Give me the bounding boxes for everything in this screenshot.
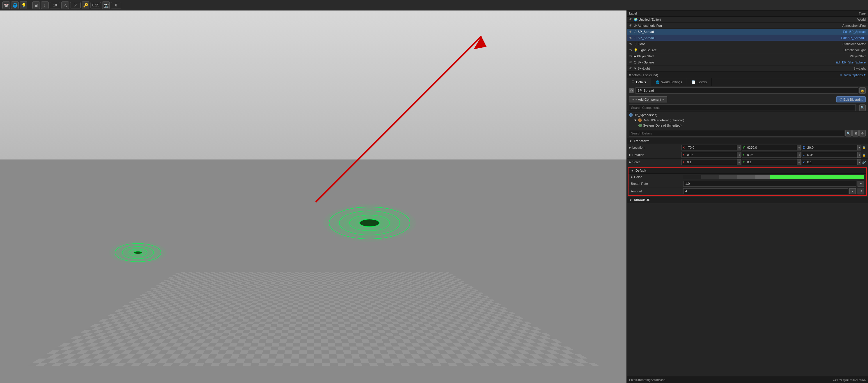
- location-y-field[interactable]: [742, 145, 797, 150]
- location-lock-icon[interactable]: 🔒: [862, 146, 866, 149]
- search-details-input[interactable]: [629, 130, 844, 137]
- rotation-x-field[interactable]: [681, 152, 737, 158]
- table-row[interactable]: 👁💡 Light Source DirectionalLight: [627, 47, 868, 53]
- expand-arrow-icon[interactable]: ▶: [631, 176, 633, 178]
- rotation-z-arrow[interactable]: ◂: [857, 152, 861, 158]
- location-y-arrow[interactable]: ◂: [797, 145, 801, 150]
- toolbar-number-2[interactable]: 5°: [70, 2, 81, 8]
- eye-icon[interactable]: 👁: [629, 48, 632, 52]
- scale-y-arrow[interactable]: ◂: [797, 159, 801, 165]
- scale-x-arrow[interactable]: ◂: [737, 159, 741, 165]
- expand-arrow-icon[interactable]: ▶: [629, 160, 631, 164]
- rotation-y-arrow[interactable]: ◂: [797, 152, 801, 158]
- component-self[interactable]: BP_Spread(self): [627, 112, 868, 118]
- default-section-header[interactable]: ▼ Default: [628, 168, 866, 174]
- amount-value-area: ▾ ↺: [683, 188, 864, 195]
- tab-levels[interactable]: 📄 Levels: [687, 78, 712, 86]
- actor-name-input[interactable]: [636, 87, 858, 94]
- toolbar-icon-5[interactable]: ↕: [41, 1, 49, 9]
- transform-section-header[interactable]: ▼ Transform: [627, 138, 868, 144]
- checkerboard-floor: [27, 272, 599, 366]
- expand-arrow-icon[interactable]: ▶: [629, 153, 631, 156]
- grid-icon-btn[interactable]: ⊞: [852, 130, 859, 137]
- toolbar-icon-8[interactable]: 📷: [102, 1, 110, 9]
- search-components-input[interactable]: [629, 105, 856, 111]
- world-icon: 🌐: [656, 80, 660, 84]
- location-x-input: X ◂: [681, 145, 741, 150]
- toolbar-icon-7[interactable]: 🔑: [82, 1, 89, 9]
- component-default-scene[interactable]: ▼ DefaultSceneRoot (Inherited): [627, 118, 868, 123]
- plus-icon: +: [632, 98, 634, 101]
- rotation-y-field[interactable]: [742, 152, 797, 158]
- y-label: Y: [743, 146, 745, 149]
- scale-y-field[interactable]: [742, 159, 797, 165]
- scale-z-arrow[interactable]: ◂: [857, 159, 861, 165]
- airlook-section-header[interactable]: ▼ Airlook UE: [627, 197, 868, 203]
- table-row-selected[interactable]: 👁⬡ BP_Spread Edit BP_Spread: [627, 29, 868, 35]
- rotation-x-arrow[interactable]: ◂: [737, 152, 741, 158]
- scale-z-field[interactable]: [802, 159, 857, 165]
- eye-icon[interactable]: 👁: [629, 18, 632, 22]
- tab-world-settings[interactable]: 🌐 World Settings: [651, 78, 687, 86]
- component-system[interactable]: System_Dpread (Inherited): [627, 123, 868, 128]
- amount-spin-btn[interactable]: ▾: [849, 188, 856, 194]
- toolbar-icon-6[interactable]: △: [61, 1, 69, 9]
- color-picker[interactable]: [683, 175, 864, 179]
- rotation-lock-icon[interactable]: 🔒: [862, 153, 866, 156]
- search-icon-btn[interactable]: 🔍: [845, 130, 852, 137]
- toolbar-number-3[interactable]: 0.25: [91, 2, 101, 8]
- toolbar-icon-1[interactable]: 🐭: [2, 1, 10, 9]
- location-x-arrow[interactable]: ◂: [737, 145, 741, 150]
- table-row[interactable]: 👁⬡ Sky Sphere Edit BP_Sky_Sphere: [627, 59, 868, 65]
- toolbar-icon-2[interactable]: 🌐: [11, 1, 19, 9]
- table-row-selected2[interactable]: 👁⬡ BP_Spread1 Edit BP_Spread1: [627, 35, 868, 41]
- type-light: DirectionalLight: [752, 47, 868, 53]
- eye-icon[interactable]: 👁: [629, 60, 632, 64]
- edit-blueprint-button[interactable]: ⬡ Edit Blueprint: [836, 96, 866, 102]
- details-panel: ⬡ 🔒 + + Add Component ▾ ⬡ Edit Blueprint: [627, 86, 868, 376]
- scale-lock-icon[interactable]: 🔗: [862, 160, 866, 164]
- type-link-spread[interactable]: Edit BP_Spread: [843, 30, 866, 33]
- toolbar-icon-3[interactable]: 💡: [20, 1, 27, 9]
- viewport[interactable]: [0, 10, 626, 383]
- type-link-sky[interactable]: Edit BP_Sky_Sphere: [836, 61, 866, 64]
- view-options-btn[interactable]: 👁 View Options ▾: [839, 73, 866, 77]
- toolbar-number-1[interactable]: 10: [50, 2, 60, 8]
- amount-reset-icon[interactable]: ↺: [858, 188, 864, 195]
- table-row[interactable]: 👁☀ SkyLight SkyLight: [627, 65, 868, 71]
- table-row[interactable]: 👁⬡ Floor StaticMeshActor: [627, 41, 868, 47]
- search-icon[interactable]: 🔍: [859, 105, 866, 111]
- eye-icon[interactable]: 👁: [629, 24, 632, 28]
- location-z-arrow[interactable]: ◂: [857, 145, 861, 150]
- component-icon: [639, 124, 642, 127]
- location-y-input: Y ◂: [742, 145, 801, 150]
- rotation-xyz: X ◂ Y ◂ Z ◂: [681, 152, 861, 158]
- location-x-field[interactable]: [681, 145, 737, 150]
- table-row[interactable]: 👁🌫 Atmospheric Fog AtmosphericFog: [627, 23, 868, 29]
- tab-details[interactable]: ☰ Details: [627, 78, 651, 86]
- default-section: ▼ Default ▶ Color: [628, 167, 867, 196]
- toolbar-number-4[interactable]: 8: [111, 2, 121, 8]
- amount-input[interactable]: [683, 188, 848, 194]
- toolbar-icon-4[interactable]: ⊞: [32, 1, 40, 9]
- scale-xyz: X ◂ Y ◂ Z ◂: [681, 159, 861, 165]
- table-row[interactable]: 👁▶ Player Start PlayerStart: [627, 53, 868, 59]
- breath-rate-spin-btn[interactable]: ▾: [858, 181, 864, 186]
- eye-icon[interactable]: 👁: [629, 36, 632, 40]
- eye-icon[interactable]: 👁: [629, 66, 632, 70]
- eye-icon[interactable]: 👁: [629, 30, 632, 34]
- levels-icon: 📄: [692, 80, 696, 84]
- eye-icon[interactable]: 👁: [629, 42, 632, 46]
- settings-icon-btn[interactable]: ⚙: [859, 130, 866, 137]
- eye-icon[interactable]: 👁: [629, 54, 632, 58]
- expand-arrow-icon[interactable]: ▶: [629, 146, 631, 149]
- color-value-area[interactable]: [683, 175, 864, 179]
- type-link-spread1[interactable]: Edit BP_Spread1: [841, 36, 866, 39]
- add-component-button[interactable]: + + Add Component ▾: [629, 96, 667, 102]
- table-row[interactable]: 👁🌍 Untitled (Editor) World: [627, 17, 868, 23]
- lock-icon-btn[interactable]: 🔒: [859, 87, 866, 94]
- scale-x-field[interactable]: [681, 159, 737, 165]
- rotation-z-field[interactable]: [802, 152, 857, 158]
- breath-rate-input[interactable]: [683, 181, 856, 186]
- location-z-field[interactable]: [802, 145, 857, 150]
